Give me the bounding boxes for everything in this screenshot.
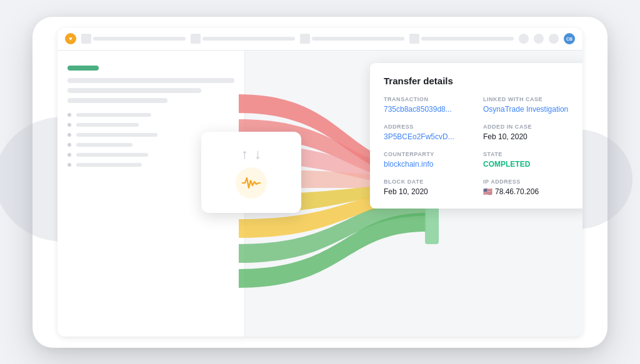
added-in-case-label: ADDED IN CASE xyxy=(483,124,575,130)
block-date-detail: BLOCK DATE Feb 10, 2020 xyxy=(384,179,476,196)
nav-item-1[interactable] xyxy=(81,34,186,44)
list-line xyxy=(76,113,151,117)
address-detail: ADDRESS 3P5BCEo2Fw5cvD... xyxy=(384,124,476,141)
ip-address-label: IP ADDRESS xyxy=(483,179,575,185)
arrow-down-icon: ↓ xyxy=(254,146,261,162)
ip-address-detail: IP ADDRESS 🇺🇸 78.46.70.206 xyxy=(483,179,575,196)
browser-action-bar: CB xyxy=(519,33,575,44)
added-in-case-detail: ADDED IN CASE Feb 10, 2020 xyxy=(483,124,575,141)
linked-case-detail: LINKED WITH CASE OsynaTrade Investigatio… xyxy=(483,96,575,114)
block-date-label: BLOCK DATE xyxy=(384,179,476,185)
list-line xyxy=(76,163,142,167)
nav-label-3 xyxy=(312,37,404,41)
state-label: STATE xyxy=(483,151,575,157)
added-in-case-value: Feb 10, 2020 xyxy=(483,132,575,141)
settings-icon[interactable] xyxy=(549,34,559,44)
ip-address-value: 🇺🇸 78.46.70.206 xyxy=(483,187,575,196)
transfer-details-panel: Transfer details TRANSACTION 735cb8ac850… xyxy=(370,63,582,209)
transfer-details-title: Transfer details xyxy=(384,76,575,86)
block-date-value: Feb 10, 2020 xyxy=(384,187,476,196)
list-item xyxy=(68,123,234,127)
nav-label-1 xyxy=(93,37,186,41)
nav-icon-2 xyxy=(191,34,201,44)
list-dot xyxy=(68,143,71,147)
list-dot xyxy=(68,133,71,137)
search-icon[interactable] xyxy=(519,34,529,44)
browser-device: CB xyxy=(32,17,608,348)
panel-header-lines xyxy=(68,66,234,103)
nav-item-4[interactable] xyxy=(409,34,514,44)
transaction-value[interactable]: 735cb8ac85039d8... xyxy=(384,105,476,114)
state-value: COMPLETED xyxy=(483,160,575,169)
address-value[interactable]: 3P5BCEo2Fw5cvD... xyxy=(384,132,476,141)
monitor-card: ↑ ↓ xyxy=(201,132,301,213)
ip-number: 78.46.70.206 xyxy=(495,187,539,196)
list-dot xyxy=(68,163,71,167)
list-line xyxy=(76,123,139,127)
counterparty-label: COUNTERPARTY xyxy=(384,151,476,157)
details-grid: TRANSACTION 735cb8ac85039d8... LINKED WI… xyxy=(384,96,575,196)
app-logo xyxy=(65,33,76,44)
transaction-detail: TRANSACTION 735cb8ac85039d8... xyxy=(384,96,476,114)
country-flag: 🇺🇸 xyxy=(483,187,492,196)
arrow-up-icon: ↑ xyxy=(241,146,248,162)
nav-label-2 xyxy=(202,37,295,41)
list-line xyxy=(76,143,132,147)
list-item xyxy=(68,113,234,117)
user-avatar[interactable]: CB xyxy=(564,33,575,44)
content-line-3 xyxy=(68,98,168,103)
nav-icon-1 xyxy=(81,34,91,44)
browser-content: Transfer details TRANSACTION 735cb8ac850… xyxy=(58,51,582,337)
linked-case-label: LINKED WITH CASE xyxy=(483,96,575,102)
state-detail: STATE COMPLETED xyxy=(483,151,575,169)
list-line xyxy=(76,153,148,157)
counterparty-detail: COUNTERPARTY blockchain.info xyxy=(384,151,476,169)
nav-item-3[interactable] xyxy=(300,34,404,44)
notification-icon[interactable] xyxy=(534,34,544,44)
linked-case-value[interactable]: OsynaTrade Investigation xyxy=(483,105,575,114)
nav-item-2[interactable] xyxy=(191,34,295,44)
browser-toolbar: CB xyxy=(58,28,582,51)
nav-icon-4 xyxy=(409,34,419,44)
waveform-icon-circle xyxy=(236,167,267,199)
waveform-svg xyxy=(242,175,261,190)
list-dot xyxy=(68,113,71,117)
main-content-area: Transfer details TRANSACTION 735cb8ac850… xyxy=(245,51,582,337)
list-dot xyxy=(68,153,71,157)
counterparty-value[interactable]: blockchain.info xyxy=(384,160,476,169)
transfer-arrows-icon: ↑ ↓ xyxy=(241,146,261,162)
accent-bar xyxy=(68,66,99,71)
browser-window: CB xyxy=(58,28,582,337)
content-line-1 xyxy=(68,78,234,83)
transaction-label: TRANSACTION xyxy=(384,96,476,102)
address-label: ADDRESS xyxy=(384,124,476,130)
list-dot xyxy=(68,123,71,127)
nav-icon-3 xyxy=(300,34,310,44)
content-line-2 xyxy=(68,88,201,93)
list-line xyxy=(76,133,158,137)
nav-label-4 xyxy=(421,37,514,41)
